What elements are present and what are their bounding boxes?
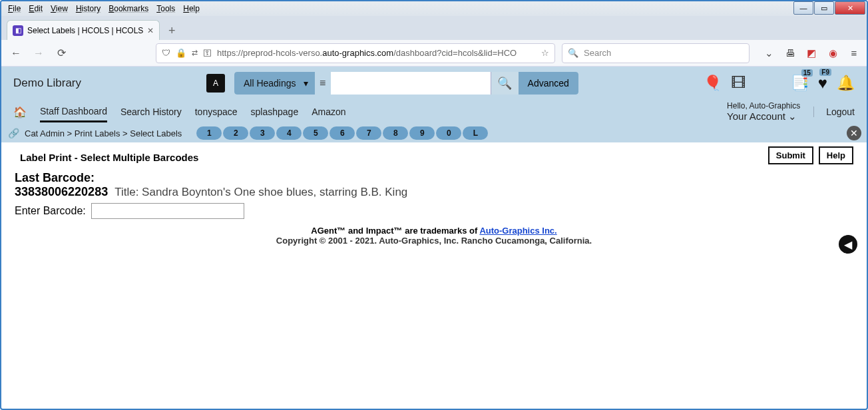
list-badge: 15	[801, 69, 813, 77]
library-name: Demo Library	[13, 77, 81, 90]
last-barcode-label: Last Barcode:	[15, 171, 108, 185]
pill-4[interactable]: 4	[276, 126, 302, 140]
pill-2[interactable]: 2	[223, 126, 248, 140]
favorites-badge: F9	[819, 69, 831, 76]
page-title: Label Print - Select Multiple Barcodes	[15, 149, 853, 166]
back-button[interactable]: ←	[8, 45, 24, 61]
key-icon: ⚿	[203, 48, 212, 58]
nav-search-history[interactable]: Search History	[120, 102, 182, 121]
close-icon[interactable]: ✕	[847, 126, 861, 140]
breadcrumb-row: 🔗 Cat Admin > Print Labels > Select Labe…	[1, 124, 867, 142]
browser-toolbar: ← → ⟳ 🛡 🔒 ⇄ ⚿ https://preprod-hcols-vers…	[1, 40, 867, 67]
nav-amazon[interactable]: Amazon	[312, 102, 345, 121]
pill-1[interactable]: 1	[196, 126, 222, 140]
pill-L[interactable]: L	[463, 126, 488, 140]
menu-history[interactable]: History	[73, 3, 103, 15]
app-header: Demo Library All Headings ≡ 🔍 Advanced 🎈…	[1, 67, 867, 100]
pill-3[interactable]: 3	[250, 126, 275, 140]
menu-help[interactable]: Help	[180, 3, 202, 15]
pill-9[interactable]: 9	[409, 126, 435, 140]
bookmark-star-icon[interactable]: ☆	[541, 48, 549, 58]
pill-5[interactable]: 5	[303, 126, 328, 140]
logout-link[interactable]: Logout	[813, 106, 855, 117]
home-icon[interactable]: 🏠	[13, 106, 27, 118]
window-minimize[interactable]: —	[793, 1, 813, 15]
menu-file[interactable]: File	[5, 3, 23, 15]
pill-7[interactable]: 7	[356, 126, 381, 140]
window-maximize[interactable]: ▭	[814, 1, 834, 15]
submit-button[interactable]: Submit	[768, 146, 813, 164]
search-button[interactable]: 🔍	[491, 72, 519, 95]
film-icon[interactable]: 🎞	[731, 75, 746, 92]
help-button[interactable]: Help	[819, 146, 853, 164]
main-content: Label Print - Select Multiple Barcodes S…	[1, 142, 867, 252]
favicon-icon: ◧	[13, 25, 23, 36]
search-icon: 🔍	[568, 48, 578, 58]
pill-6[interactable]: 6	[329, 126, 355, 140]
barcode-input[interactable]	[91, 203, 244, 219]
reload-button[interactable]: ⟳	[53, 45, 69, 61]
pill-0[interactable]: 0	[436, 126, 461, 140]
list-icon[interactable]: 📑15	[791, 75, 809, 92]
balloon-icon[interactable]: 🎈	[704, 75, 722, 92]
headings-dropdown[interactable]: All Headings	[234, 72, 315, 95]
forward-button[interactable]: →	[31, 45, 47, 61]
nav-splashpage[interactable]: splashpage	[251, 102, 299, 121]
browser-menubar: File Edit View History Bookmarks Tools H…	[1, 1, 867, 16]
auto-graphics-link[interactable]: Auto-Graphics Inc.	[479, 226, 556, 236]
browser-tab[interactable]: ◧ Select Labels | HCOLS | HCOLS ✕	[7, 20, 160, 40]
menu-tools[interactable]: Tools	[154, 3, 178, 15]
nav-tonyspace[interactable]: tonyspace	[195, 102, 238, 121]
url-bar[interactable]: 🛡 🔒 ⇄ ⚿ https://preprod-hcols-verso.auto…	[156, 43, 555, 63]
advanced-search-button[interactable]: Advanced	[519, 72, 578, 95]
last-barcode-value: 33838006220283	[15, 185, 108, 199]
menu-bookmarks[interactable]: Bookmarks	[106, 3, 151, 15]
pill-8[interactable]: 8	[383, 126, 408, 140]
nav-row: 🏠 Staff Dashboard Search History tonyspa…	[1, 100, 867, 124]
menu-edit[interactable]: Edit	[26, 3, 45, 15]
permissions-icon: ⇄	[192, 49, 198, 57]
hamburger-icon[interactable]: ≡	[848, 47, 860, 59]
copyright-text: Copyright © 2001 - 2021. Auto-Graphics, …	[15, 236, 853, 246]
footer: AGent™ and Impact™ are trademarks of Aut…	[15, 226, 853, 246]
tab-strip: ◧ Select Labels | HCOLS | HCOLS ✕ +	[1, 16, 867, 40]
browser-search[interactable]: 🔍 Search	[562, 43, 750, 63]
number-pills: 1 2 3 4 5 6 7 8 9 0 L	[196, 126, 488, 140]
hello-text: Hello, Auto-Graphics	[727, 101, 800, 110]
menu-view[interactable]: View	[48, 3, 71, 15]
shield-icon: 🛡	[162, 48, 170, 58]
lock-icon: 🔒	[176, 48, 186, 58]
item-title: Title: Sandra Boynton's One shoe blues, …	[114, 186, 407, 199]
url-text: https://preprod-hcols-verso.auto-graphic…	[217, 48, 517, 58]
favorites-icon[interactable]: ♥F9	[818, 74, 827, 93]
link-icon: 🔗	[8, 128, 19, 138]
tab-close-icon[interactable]: ✕	[147, 26, 154, 35]
database-icon[interactable]: ≡	[315, 77, 331, 89]
print-icon[interactable]: 🖶	[784, 47, 796, 59]
language-icon[interactable]	[206, 74, 225, 93]
back-arrow-icon[interactable]: ◀	[839, 235, 857, 254]
nav-staff-dashboard[interactable]: Staff Dashboard	[40, 102, 107, 122]
pocket-icon[interactable]: ⌄	[763, 47, 775, 59]
catalog-search-input[interactable]	[331, 72, 491, 95]
account-menu[interactable]: Hello, Auto-Graphics Your Account ⌄	[727, 101, 800, 122]
tab-title: Select Labels | HCOLS | HCOLS	[27, 26, 143, 35]
trademark-text: AGent™ and Impact™ are trademarks of	[311, 226, 479, 236]
breadcrumb[interactable]: Cat Admin > Print Labels > Select Labels	[25, 128, 182, 138]
notifications-icon[interactable]: 🔔	[837, 75, 855, 92]
extension2-icon[interactable]: ◉	[827, 47, 839, 59]
enter-barcode-label: Enter Barcode:	[15, 205, 86, 217]
window-close[interactable]: ✕	[835, 1, 865, 15]
new-tab-button[interactable]: +	[162, 21, 181, 40]
search-placeholder: Search	[584, 48, 611, 58]
extension1-icon[interactable]: ◩	[805, 47, 817, 59]
